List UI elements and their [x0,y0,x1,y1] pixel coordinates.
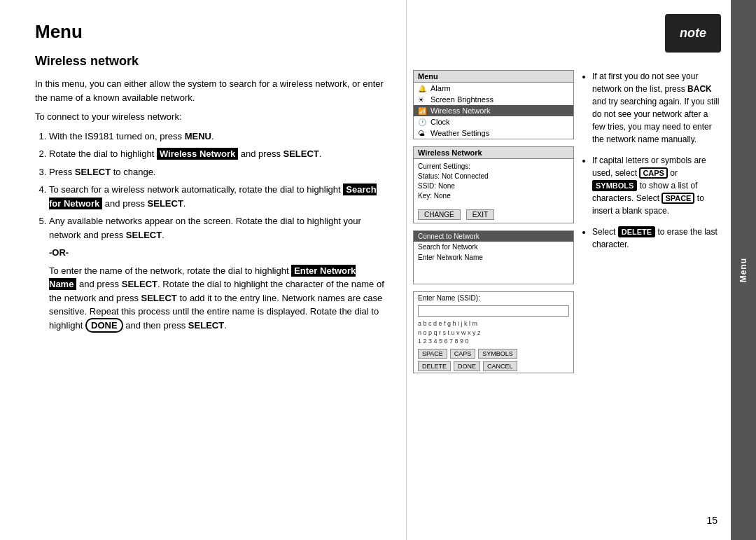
step-3: Press SELECT to change. [49,165,385,179]
menu-item-clock: 🕐 Clock [414,116,573,127]
right-tab: Menu [731,0,756,540]
note-item-3: Select DELETE to erase the last characte… [592,226,721,251]
section-title: Wireless network [35,54,385,69]
divider [406,0,407,540]
menu-screen: Menu 🔔 Alarm ☀ Screen Brightness 📶 Wirel… [413,70,574,139]
chars-row2: n o p q r s t u v w x y z [418,328,569,338]
right-notes: If at first you do not see your network … [581,70,721,259]
menu-item-alarm: 🔔 Alarm [414,83,573,94]
note-label: note [680,26,706,41]
delete-button[interactable]: DELETE [418,361,451,371]
symbols-badge: SYMBOLS [592,180,637,191]
menu-item-clock-label: Clock [430,118,450,126]
delete-badge: DELETE [618,226,655,237]
space-badge: SPACE [662,193,694,204]
step-5: Any available networks appear on the scr… [49,214,385,332]
wireless-key: Key: None [418,191,569,201]
connect-item-connect: Connect to Network [414,231,573,242]
step-1: With the IS9181 turned on, press MENU. [49,130,385,144]
change-button[interactable]: CHANGE [418,209,461,220]
connect-screen: Connect to Network Search for Network En… [413,230,574,284]
note-item-1: If at first you do not see your network … [592,70,721,146]
bottom-btns-row1: SPACE CAPS SYMBOLS [414,347,573,360]
caps-button[interactable]: CAPS [450,349,476,359]
step-2: Rotate the dial to highlight Wireless Ne… [49,147,385,161]
wireless-status: Status: Not Connected [418,172,569,181]
menu-item-wireless: 📶 Wireless Network [414,105,573,116]
note-box: note [665,14,721,53]
wireless-detail-screen: Wireless Network Current Settings: Statu… [413,146,574,223]
page-container: Menu Wireless network In this menu, you … [0,0,756,540]
menu-item-weather: 🌤 Weather Settings [414,127,573,139]
chars-row1: a b c d e f g h i j k l m [418,319,569,328]
wireless-detail-title: Wireless Network [414,147,573,159]
wireless-detail-content: Current Settings: Status: Not Connected … [414,159,573,207]
wireless-ssid: SSID: None [418,181,569,191]
page-title: Menu [35,21,385,43]
connect-spacer [414,263,573,284]
alarm-icon: 🔔 [418,85,428,92]
wireless-buttons: CHANGE EXIT [414,207,573,223]
menu-item-brightness: ☀ Screen Brightness [414,94,573,105]
symbols-button[interactable]: SYMBOLS [478,349,517,359]
step-4: To search for a wireless network automat… [49,183,385,210]
cancel-button[interactable]: CANCEL [483,361,517,371]
page-number: 15 [706,515,718,526]
wireless-icon: 📶 [418,107,428,115]
highlight-wireless-network: Wireless Network [157,148,238,160]
brightness-icon: ☀ [418,96,428,104]
highlight-search-network: Search for Network [49,184,377,209]
connect-item-enter: Enter Network Name [414,252,573,263]
note-item-2: If capital letters or symbols are used, … [592,154,721,217]
clock-icon: 🕐 [418,118,428,126]
done-badge: DONE [85,318,123,333]
menu-item-alarm-label: Alarm [430,84,451,92]
done-button[interactable]: DONE [454,361,480,371]
intro-para2: To connect to your wireless network: [35,110,385,124]
enter-name-screen: Enter Name (SSID): a b c d e f g h i j k… [413,291,574,373]
char-grid: a b c d e f g h i j k l m n o p q r s t … [414,318,573,347]
menu-item-weather-label: Weather Settings [430,129,489,137]
connect-item-search: Search for Network [414,242,573,252]
weather-icon: 🌤 [418,130,428,137]
tab-label: Menu [738,258,748,282]
enter-name-input-field [418,305,569,317]
screens-area: Menu 🔔 Alarm ☀ Screen Brightness 📶 Wirel… [413,70,574,373]
or-text: -OR- [49,246,385,260]
wireless-current-settings: Current Settings: [418,162,569,172]
enter-name-label: Enter Name (SSID): [414,292,573,304]
exit-button[interactable]: EXIT [466,209,494,220]
menu-screen-title: Menu [414,71,573,83]
bottom-btns-row2: DELETE DONE CANCEL [414,360,573,373]
notes-list: If at first you do not see your network … [592,70,721,251]
steps-list: With the IS9181 turned on, press MENU. R… [49,130,385,333]
chars-row3: 1 2 3 4 5 6 7 8 9 0 [418,337,569,346]
menu-item-wireless-label: Wireless Network [430,106,491,115]
highlight-enter-network: Enter Network Name [49,265,356,291]
menu-item-brightness-label: Screen Brightness [430,95,493,104]
space-button[interactable]: SPACE [418,349,447,359]
intro-para1: In this menu, you can either allow the s… [35,77,385,104]
main-content: Menu Wireless network In this menu, you … [0,0,420,540]
caps-badge: CAPS [639,167,668,179]
